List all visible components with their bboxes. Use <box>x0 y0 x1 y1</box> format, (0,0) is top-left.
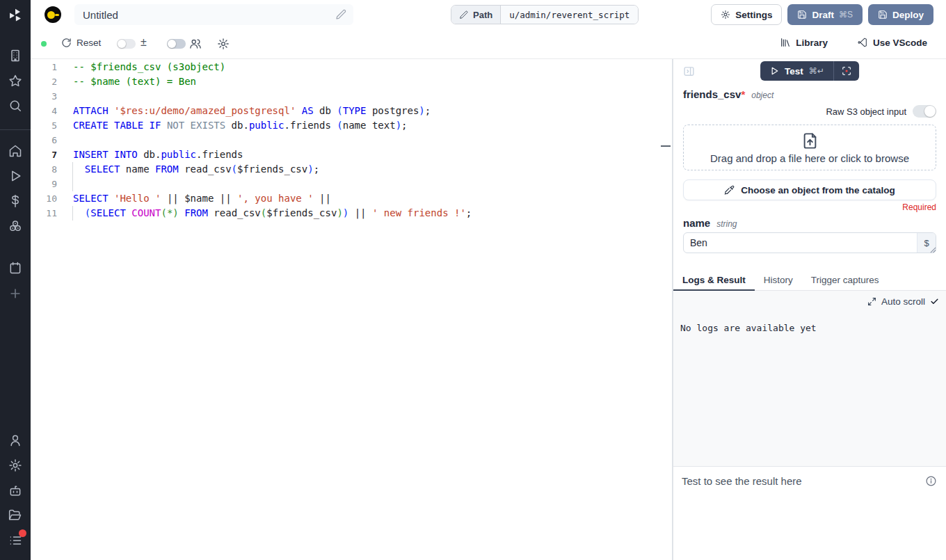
code-token <box>179 207 184 218</box>
line-number[interactable]: 2 <box>31 74 57 89</box>
tab-history[interactable]: History <box>755 272 802 291</box>
folders-icon[interactable] <box>8 509 22 522</box>
code-line[interactable]: -- $friends_csv (s3object) <box>73 60 659 74</box>
logs-panel: Auto scroll No logs are available yet <box>673 291 946 466</box>
windmill-logo-icon[interactable] <box>7 7 24 24</box>
line-number[interactable]: 7 <box>31 147 57 162</box>
deploy-button[interactable]: Deploy <box>868 4 933 25</box>
settings-button[interactable]: Settings <box>711 4 782 25</box>
path-edit-button[interactable]: Path <box>451 6 500 24</box>
code-token: ( <box>261 207 266 218</box>
tab-logs-result[interactable]: Logs & Result <box>673 272 755 291</box>
runs-play-icon[interactable] <box>8 169 22 183</box>
file-dropzone[interactable]: Drag and drop a file here or click to br… <box>683 125 936 170</box>
code-token: ) <box>419 105 424 116</box>
code-token: ( <box>337 120 342 131</box>
code-line[interactable] <box>73 89 659 104</box>
code-token: .friends <box>284 120 337 131</box>
code-token: ( <box>232 163 237 175</box>
line-number[interactable]: 11 <box>31 206 57 221</box>
search-icon[interactable] <box>8 99 22 113</box>
edit-title-pencil-icon[interactable] <box>335 9 346 20</box>
multiplayer-toggle[interactable] <box>167 39 186 49</box>
code-token: '$res:u/demo/amazed_postgresql' <box>114 105 296 116</box>
script-title-field[interactable] <box>74 4 353 25</box>
field-type: string <box>716 219 737 229</box>
home-icon[interactable] <box>8 144 22 158</box>
code-line[interactable]: (SELECT COUNT(*) FROM read_csv($friends_… <box>73 206 659 221</box>
top-bar: Path u/admin/reverent_script Settings Dr… <box>31 0 946 29</box>
auto-scroll-control[interactable]: Auto scroll <box>867 296 939 307</box>
variables-dollar-icon[interactable] <box>8 194 22 208</box>
code-editor[interactable]: 1234567891011 -- $friends_csv (s3object)… <box>31 59 672 560</box>
code-token: ) <box>396 120 401 131</box>
editor-settings-gear-icon[interactable] <box>217 38 230 50</box>
plus-minus-icon[interactable]: ± <box>141 36 147 49</box>
path-value[interactable]: u/admin/reverent_script <box>500 6 638 24</box>
code-token: || <box>348 207 372 218</box>
code-token: ATTACH <box>73 105 109 116</box>
catalog-button-label: Choose an object from the catalog <box>741 185 895 195</box>
line-number[interactable]: 10 <box>31 191 57 206</box>
code-line[interactable]: INSERT INTO db.public.friends <box>73 147 659 162</box>
workspace-icon[interactable] <box>8 49 22 63</box>
diff-toggle[interactable] <box>117 39 136 49</box>
line-number[interactable]: 8 <box>31 162 57 177</box>
vscode-icon <box>857 37 868 48</box>
code-token: ) <box>343 207 348 218</box>
resize-grip[interactable] <box>930 247 936 253</box>
code-token: postgres <box>366 105 419 116</box>
code-token <box>109 105 114 116</box>
settings-gear-icon[interactable] <box>8 458 22 472</box>
choose-object-catalog-button[interactable]: Choose an object from the catalog <box>683 179 936 200</box>
line-number[interactable]: 9 <box>31 177 57 191</box>
code-token: read_csv <box>208 207 261 218</box>
code-token <box>161 120 166 131</box>
test-button[interactable]: Test ⌘↵ <box>760 61 833 81</box>
field-name: name <box>683 217 710 229</box>
reset-button[interactable]: Reset <box>61 38 101 48</box>
code-line[interactable]: ATTACH '$res:u/demo/amazed_postgresql' A… <box>73 104 659 118</box>
code-line[interactable]: SELECT name FROM read_csv($friends_csv); <box>73 162 659 177</box>
script-title-input[interactable] <box>74 4 353 25</box>
add-plus-icon[interactable] <box>8 287 22 301</box>
line-number[interactable]: 5 <box>31 118 57 133</box>
code-token: INSERT INTO <box>73 149 138 160</box>
code-line[interactable]: SELECT 'Hello ' || $name || ', you have … <box>73 191 659 206</box>
draft-label: Draft <box>812 10 834 20</box>
code-token: name text <box>343 120 396 131</box>
line-number[interactable]: 1 <box>31 60 57 74</box>
line-number[interactable]: 4 <box>31 104 57 118</box>
name-field-input[interactable] <box>683 232 936 253</box>
audit-logs-list-icon[interactable] <box>8 534 22 547</box>
code-token: $friends_csv <box>237 163 307 175</box>
code-line[interactable] <box>73 133 659 147</box>
result-panel: Test to see the result here <box>673 467 946 560</box>
info-icon[interactable] <box>925 475 937 487</box>
library-button[interactable]: Library <box>780 37 828 48</box>
favorites-star-icon[interactable] <box>8 74 22 88</box>
users-icon[interactable] <box>189 38 202 50</box>
line-number[interactable]: 3 <box>31 89 57 104</box>
user-icon[interactable] <box>8 433 22 447</box>
code-token: NOT EXISTS <box>167 120 225 131</box>
line-number[interactable]: 6 <box>31 133 57 147</box>
code-token: ( <box>337 105 342 116</box>
code-line[interactable]: CREATE TABLE IF NOT EXISTS db.public.fri… <box>73 118 659 133</box>
ai-assistant-bot-icon[interactable] <box>8 483 22 497</box>
raw-s3-toggle-label: Raw S3 object input <box>826 106 906 117</box>
tab-trigger-captures[interactable]: Trigger captures <box>802 272 888 291</box>
field-type: object <box>751 90 773 100</box>
code-token: name <box>120 163 155 175</box>
raw-s3-toggle[interactable] <box>913 105 936 118</box>
schedules-calendar-icon[interactable] <box>8 261 22 275</box>
library-label: Library <box>796 38 828 48</box>
code-line[interactable]: -- $name (text) = Ben <box>73 74 659 89</box>
capture-button[interactable] <box>834 61 859 81</box>
use-vscode-button[interactable]: Use VScode <box>857 37 927 48</box>
draft-button[interactable]: Draft ⌘S <box>787 4 863 25</box>
code-token: read_csv <box>179 163 232 175</box>
panel-collapse-icon[interactable] <box>683 65 695 77</box>
resources-icon[interactable] <box>8 219 22 233</box>
code-line[interactable] <box>73 177 659 191</box>
